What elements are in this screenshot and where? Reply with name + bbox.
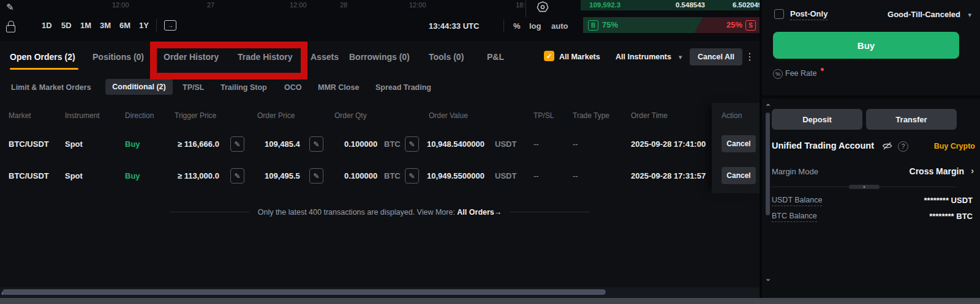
margin-mode-label: Margin Mode [772, 167, 818, 176]
time-axis-label: 28 [340, 1, 347, 9]
crosshair-line [526, 0, 526, 17]
bottom-edge-strip [0, 298, 980, 304]
highlight-rectangle [150, 42, 307, 80]
cell-instrument: Spot [65, 171, 83, 180]
all-markets-label[interactable]: All Markets [559, 53, 600, 61]
collapse-handle[interactable]: ▾ [849, 185, 880, 189]
buy-button[interactable]: Buy [773, 32, 959, 59]
buy-percent: 75% [602, 20, 618, 29]
divider [170, 212, 249, 212]
edit-trigger-price-button[interactable]: ✎ [230, 168, 244, 184]
scroll-down-icon[interactable]: ⌄ [765, 274, 771, 283]
vertical-scrollbar-thumb[interactable] [766, 113, 770, 215]
more-menu-icon[interactable]: ⋮ [745, 51, 755, 62]
cancel-all-button[interactable]: Cancel All [690, 48, 742, 65]
tab-open-orders[interactable]: Open Orders (2) [10, 52, 75, 62]
edit-qty-button[interactable]: ✎ [405, 136, 419, 152]
cell-market[interactable]: BTC/USDT [9, 171, 49, 180]
col-instrument: Instrument [65, 111, 100, 120]
col-trigger-price: Trigger Price [175, 111, 216, 120]
edit-trigger-price-button[interactable]: ✎ [230, 136, 244, 152]
subtab-spread-trading[interactable]: Spread Trading [375, 83, 431, 92]
subtab-tpsl[interactable]: TP/SL [183, 83, 204, 92]
edit-qty-button[interactable]: ✎ [405, 168, 419, 184]
chevron-right-icon[interactable]: › [971, 166, 974, 176]
last-price: 109,592.3 [589, 1, 620, 9]
chart-clock[interactable]: 13:44:33 UTC [429, 21, 479, 31]
all-instruments-dropdown[interactable]: All Instruments [616, 53, 671, 61]
cell-qty-unit: BTC [384, 171, 401, 180]
btc-balance-label[interactable]: BTC Balance [772, 212, 817, 222]
subtab-conditional[interactable]: Conditional (2) [105, 79, 173, 95]
percent-scale-button[interactable]: % [513, 21, 521, 31]
log-scale-button[interactable]: log [529, 21, 541, 31]
active-tab-underline [10, 68, 78, 70]
range-1m[interactable]: 1M [80, 21, 91, 30]
post-only-label[interactable]: Post-Only [790, 9, 827, 20]
usdt-balance-label[interactable]: USDT Balance [772, 196, 822, 206]
col-order-qty: Order Qty [334, 111, 367, 120]
margin-mode-value[interactable]: Cross Margin [910, 166, 964, 176]
buy-crypto-link[interactable]: Buy Crypto [934, 142, 975, 150]
camera-icon[interactable] [537, 1, 549, 13]
sell-ratio-segment: 25% S [695, 17, 760, 33]
cell-tpsl: -- [533, 171, 539, 180]
chevron-down-icon[interactable]: ▾ [679, 53, 682, 61]
table-footer-note: Only the latest 400 transactions are dis… [0, 206, 760, 217]
subtab-oco[interactable]: OCO [284, 83, 301, 92]
post-only-checkbox[interactable] [774, 9, 784, 19]
col-market: Market [9, 111, 31, 120]
range-1d[interactable]: 1D [42, 21, 52, 30]
time-in-force-dropdown[interactable]: Good-Till-Canceled [888, 10, 960, 19]
cell-qty-unit: BTC [384, 139, 401, 149]
tab-assets[interactable]: Assets [311, 52, 339, 62]
tab-pnl[interactable]: P&L [487, 52, 504, 62]
help-icon[interactable]: ? [898, 141, 908, 152]
all-orders-link[interactable]: All Orders [457, 208, 494, 217]
goto-date-icon[interactable]: → [164, 20, 176, 31]
fee-rate-label[interactable]: Fee Rate [785, 69, 816, 78]
ticker-bar: 109,592.3 0.548543 6.502049 [581, 0, 760, 10]
cancel-order-button[interactable]: Cancel [722, 167, 756, 184]
subtab-mmr-close[interactable]: MMR Close [318, 83, 359, 92]
time-axis-label: 12:00 [112, 1, 129, 9]
eye-off-icon[interactable] [882, 141, 892, 150]
cancel-order-button[interactable]: Cancel [722, 135, 756, 152]
transfer-button[interactable]: Transfer [866, 109, 957, 130]
cell-direction: Buy [125, 171, 140, 180]
cell-order-time: 2025-09-28 17:31:57 [631, 171, 706, 180]
draw-lock-icon[interactable]: ✎ [6, 2, 14, 13]
all-markets-checkbox[interactable]: ✓ [544, 51, 554, 61]
deposit-button[interactable]: Deposit [772, 109, 862, 130]
edit-order-price-button[interactable]: ✎ [309, 168, 323, 184]
edit-order-price-button[interactable]: ✎ [309, 136, 323, 152]
buy-ratio-segment: B 75% [583, 17, 703, 33]
subtab-trailing-stop[interactable]: Trailing Stop [221, 83, 267, 92]
col-order-price: Order Price [257, 111, 295, 120]
cell-trigger-price: ≥ 116,666.0 [178, 139, 219, 149]
col-direction: Direction [125, 111, 154, 120]
col-action: Action [722, 111, 742, 120]
subtab-limit-market[interactable]: Limit & Market Orders [11, 83, 91, 92]
scroll-up-icon[interactable]: ⌃ [765, 103, 771, 111]
auto-scale-button[interactable]: auto [551, 21, 568, 31]
tab-tools[interactable]: Tools (0) [429, 52, 464, 62]
divider [510, 212, 590, 212]
trading-app: ✎ 12:00 27 12:00 28 12:00 18: 1D 5D 1M 3… [0, 0, 980, 304]
horizontal-scrollbar-thumb[interactable] [2, 289, 606, 295]
time-axis-label: 12:00 [290, 1, 307, 9]
time-axis-label: 27 [207, 1, 214, 9]
cell-trade-type: -- [573, 171, 578, 180]
chevron-down-icon[interactable]: ▾ [968, 11, 971, 19]
cell-market[interactable]: BTC/USDT [9, 139, 49, 149]
tab-positions[interactable]: Positions (0) [92, 52, 144, 62]
range-5d[interactable]: 5D [61, 21, 72, 30]
cell-order-time: 2025-09-28 17:41:00 [631, 139, 706, 149]
sell-badge: S [745, 20, 756, 31]
range-6m[interactable]: 6M [119, 21, 130, 30]
buy-badge: B [588, 20, 598, 31]
range-3m[interactable]: 3M [100, 21, 111, 30]
order-form-panel: Post-Only Good-Till-Canceled ▾ Buy % Fee… [762, 0, 980, 298]
tab-borrowings[interactable]: Borrowings (0) [349, 52, 410, 62]
range-1y[interactable]: 1Y [139, 21, 149, 30]
